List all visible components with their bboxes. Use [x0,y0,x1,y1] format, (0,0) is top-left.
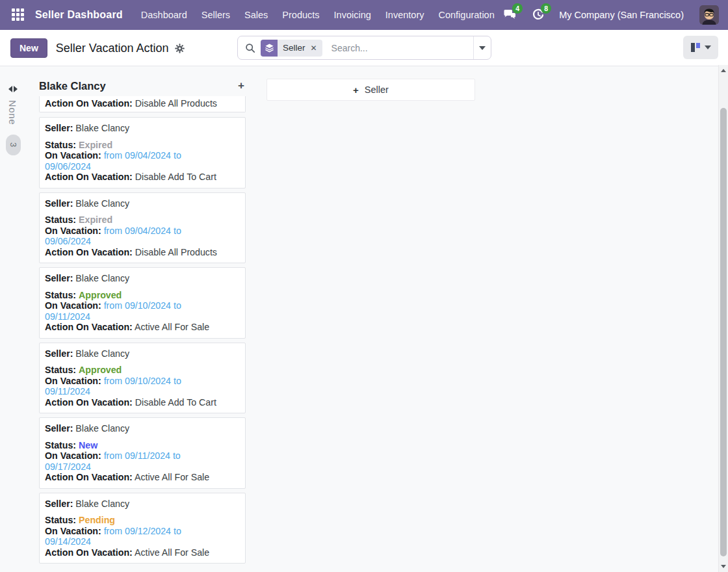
card-action-line: Action On Vacation: Disable All Products [45,247,240,258]
kanban-column-blake-clancy: Blake Clancy + Action On Vacation: Disab… [39,66,246,567]
card-status-line: Status: Approved [45,290,240,301]
search-icon [245,43,255,53]
kanban-cards: Seller: Blake ClancyStatus: ExpiredOn Va… [39,117,246,564]
actions-gear-icon[interactable] [175,44,185,53]
search-input[interactable]: Search... [332,43,368,53]
add-column-label: Seller [365,84,389,95]
kanban-card[interactable]: Seller: Blake ClancyStatus: ApprovedOn V… [39,267,246,339]
kanban-card[interactable]: Seller: Blake ClancyStatus: ApprovedOn V… [39,343,246,414]
app-window: Seller Dashboard Dashboard Sellers Sales… [0,0,728,572]
plus-icon: + [353,84,359,96]
card-action-line: Action On Vacation: Disable Add To Cart [45,172,240,183]
card-seller-line: Seller: Blake Clancy [45,273,240,284]
user-avatar[interactable] [699,5,719,25]
scroll-down-icon[interactable] [721,565,726,568]
menu-item-sales[interactable]: Sales [244,10,268,20]
scrollbar-thumb[interactable] [720,108,727,556]
card-vacation-line: On Vacation: from 09/12/2024 to09/14/202… [45,526,240,547]
kanban-card[interactable]: Seller: Blake ClancyStatus: ExpiredOn Va… [39,192,246,264]
menu-item-sellers[interactable]: Sellers [202,10,230,20]
card-status-line: Status: Expired [45,140,240,151]
column-title: Blake Clancy [39,80,106,92]
activities-count-badge: 8 [541,3,551,14]
chevron-down-icon [479,46,486,50]
menu-item-invoicing[interactable]: Invoicing [334,10,371,20]
column-header: Blake Clancy + [39,78,246,94]
card-seller-line: Seller: Blake Clancy [45,423,240,434]
menu-item-products[interactable]: Products [282,10,319,20]
chevron-down-icon [705,46,711,49]
collapsed-column-label: None [7,100,18,125]
kanban-card[interactable]: Seller: Blake ClancyStatus: NewOn Vacati… [39,417,246,489]
card-vacation-line: On Vacation: from 09/04/2024 to09/06/202… [45,150,240,172]
card-action-line: Action On Vacation: Disable Add To Cart [45,397,240,408]
search-options-caret[interactable] [473,36,491,59]
page-title: Seller Vacation Action [56,42,169,55]
card-seller-line: Seller: Blake Clancy [45,499,240,510]
card-action-line: Action On Vacation: Active All For Sale [45,472,240,483]
vertical-scrollbar[interactable] [718,65,728,572]
card-status-line: Status: Approved [45,365,240,376]
card-action-line: Action On Vacation: Active All For Sale [45,322,240,333]
menu-item-inventory[interactable]: Inventory [385,10,424,20]
app-title[interactable]: Seller Dashboard [35,9,123,21]
card-status-line: Status: Pending [45,515,240,526]
messages-count-badge: 4 [512,3,523,14]
layers-icon [261,40,278,57]
menu-item-configuration[interactable]: Configuration [438,10,494,20]
kanban-card[interactable]: Seller: Blake ClancyStatus: PendingOn Va… [39,493,246,564]
card-vacation-line: On Vacation: from 09/10/2024 to09/11/202… [45,300,240,322]
kanban-view: None 3 Blake Clancy + Action On Vacation… [0,66,728,572]
new-button[interactable]: New [10,38,47,58]
kanban-card[interactable]: Seller: Blake ClancyStatus: ExpiredOn Va… [39,117,246,188]
card-seller-line: Seller: Blake Clancy [45,123,240,134]
card-seller-line: Seller: Blake Clancy [45,348,240,359]
collapsed-column-count-badge: 3 [6,135,21,155]
facet-value: Seller [283,43,306,53]
facet-remove-icon[interactable]: ✕ [311,44,317,52]
quick-create-icon[interactable]: + [237,79,246,92]
main-menu: Dashboard Sellers Sales Products Invoici… [141,10,495,20]
systray: 4 8 My Company (San Francisco) [502,5,719,25]
messages-button[interactable]: 4 [502,7,517,23]
collapsed-column-none[interactable]: None 3 [0,66,37,572]
card-vacation-line: On Vacation: from 09/10/2024 to09/11/202… [45,376,240,397]
card-action-line: Action On Vacation: Disable All Products [45,98,217,109]
card-status-line: Status: Expired [45,214,240,226]
kanban-card-partial[interactable]: Action On Vacation: Disable All Products [39,96,246,112]
menu-item-dashboard[interactable]: Dashboard [141,10,187,20]
activities-button[interactable]: 8 [530,7,546,23]
card-action-line: Action On Vacation: Active All For Sale [45,547,240,558]
apps-menu-icon[interactable] [12,8,25,21]
card-vacation-line: On Vacation: from 09/04/2024 to09/06/202… [45,226,240,247]
top-navbar: Seller Dashboard Dashboard Sellers Sales… [0,0,728,30]
search-bar[interactable]: Seller ✕ Search... [237,36,491,60]
company-switcher[interactable]: My Company (San Francisco) [559,10,684,20]
kanban-view-icon [691,43,700,52]
expand-column-icon[interactable] [8,86,18,92]
view-switcher-button[interactable] [683,36,718,59]
card-status-line: Status: New [45,440,240,451]
add-column-button[interactable]: + Seller [266,79,475,101]
control-panel: New Seller Vacation Action [0,30,728,66]
scroll-up-icon[interactable] [721,69,726,72]
card-seller-line: Seller: Blake Clancy [45,198,240,209]
card-vacation-line: On Vacation: from 09/11/2024 to09/17/202… [45,450,240,472]
search-facet-groupby[interactable]: Seller ✕ [261,40,322,57]
